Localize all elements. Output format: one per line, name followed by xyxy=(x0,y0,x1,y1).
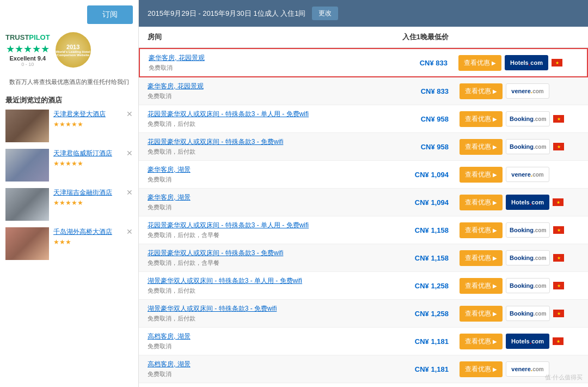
action-area: 查看优惠 Booking.com ★ xyxy=(460,222,579,238)
provider-badge-booking: Booking.com xyxy=(506,139,550,154)
price-value: CN¥ 833 xyxy=(421,87,449,95)
room-name[interactable]: 高档客房, 湖景 xyxy=(148,332,372,341)
price-area: CN¥ 1,158 xyxy=(372,226,460,234)
hotel-stars-4: ★★★ xyxy=(53,238,133,246)
cn-flag: ★ xyxy=(553,115,564,123)
trustpilot-score: Excellent 9.4 xyxy=(9,55,46,62)
recent-hotels-title: 最近浏览过的酒店 xyxy=(5,95,62,105)
sidebar-description: 数百万人将查找最优惠酒店的重任托付给我们 xyxy=(9,77,129,87)
room-tag: 免费取消 xyxy=(148,203,372,211)
cn-flag: ★ xyxy=(553,254,564,262)
check-deal-button[interactable]: 查看优惠 xyxy=(460,111,503,127)
action-area: 查看优惠 Hotels.com ★ xyxy=(460,334,579,349)
trustpilot-logo: TRUSTPILOT xyxy=(5,33,50,41)
price-value: CN¥ 958 xyxy=(421,143,449,151)
col-room-header: 房间 xyxy=(148,32,372,42)
check-deal-button[interactable]: 查看优惠 xyxy=(460,278,503,294)
action-area: 查看优惠 Booking.com ★ xyxy=(460,278,579,294)
price-area: CN¥ 958 xyxy=(372,143,460,151)
check-deal-button[interactable]: 查看优惠 xyxy=(460,83,503,99)
table-row: 湖景豪华双人或双床间 - 特殊条款3 - 单人用 - 免费wifi 免费取消，后… xyxy=(139,272,588,300)
room-name[interactable]: 湖景豪华双人或双床间 - 特殊条款3 - 免费wifi xyxy=(148,304,372,313)
trustpilot-range: 0 - 10 xyxy=(21,62,34,67)
room-tag: 免费取消，后付款 xyxy=(148,315,372,323)
hotel-info-4: 千岛湖外高桥大酒店 ★★★ xyxy=(53,227,133,246)
price-value: CN¥ 1,181 xyxy=(415,337,449,346)
room-name-area: 高档客房, 湖景 免费取消 xyxy=(148,360,372,378)
room-name[interactable]: 豪华客房, 花园景观 xyxy=(149,53,371,63)
room-name[interactable]: 花园景豪华双人或双床间 - 特殊条款3 - 免费wifi xyxy=(148,249,372,258)
check-deal-button[interactable]: 查看优惠 xyxy=(460,250,503,266)
action-area: 查看优惠 venere.com xyxy=(460,167,579,183)
check-deal-button[interactable]: 查看优惠 xyxy=(460,222,503,238)
check-deal-button[interactable]: 查看优惠 xyxy=(458,55,501,71)
cn-flag: ★ xyxy=(552,59,562,66)
hotel-name-4[interactable]: 千岛湖外高桥大酒店 xyxy=(53,227,133,237)
table-header: 房间 入住1晚最低价 xyxy=(139,27,588,48)
table-row: 湖景豪华双人或双床间 - 特殊条款3 - 免费wifi 免费取消，后付款 CN¥… xyxy=(139,300,588,328)
close-hotel-3[interactable]: ✕ xyxy=(126,188,133,197)
sidebar: 订阅 TRUSTPILOT ★★★★★ Excellent 9.4 0 - 10… xyxy=(0,0,139,387)
main-content: 2015年9月29日 - 2015年9月30日 1位成人 入住1间 更改 房间 … xyxy=(139,0,588,387)
room-name[interactable]: 高档客房, 湖景 xyxy=(148,360,372,369)
room-name-area: 高档客房, 湖景 免费取消 xyxy=(148,332,372,350)
room-tag: 免费取消，后付款 xyxy=(148,148,372,156)
room-name[interactable]: 豪华客房, 湖景 xyxy=(148,193,372,202)
room-tag: 免费取消 xyxy=(148,370,372,378)
hotel-thumb-1 xyxy=(5,110,49,142)
recent-hotel-3: 天津瑞吉金融街酒店 ★★★★★ ✕ xyxy=(5,188,133,221)
hotel-name-3[interactable]: 天津瑞吉金融街酒店 xyxy=(53,188,133,197)
award-badge: 2013 World's Leading Hotel Comparison We… xyxy=(56,32,91,68)
room-tag: 免费取消，后付款 xyxy=(148,287,372,295)
room-name-area: 豪华客房, 湖景 免费取消 xyxy=(148,165,372,184)
room-tag: 免费取消，后付款，含早餐 xyxy=(148,259,372,267)
room-name[interactable]: 豪华客房, 花园景观 xyxy=(148,82,372,91)
check-deal-button[interactable]: 查看优惠 xyxy=(460,139,503,155)
hotel-thumb-4 xyxy=(5,227,49,260)
table-row: 高档客房, 湖景 免费取消 CN¥ 1,181 查看优惠 venere.com xyxy=(139,355,588,383)
date-range-text: 2015年9月29日 - 2015年9月30日 1位成人 入住1间 xyxy=(148,9,305,19)
action-area: 查看优惠 Booking.com ★ xyxy=(460,306,579,322)
col-price-header: 入住1晚最低价 xyxy=(372,32,460,42)
action-area: 查看优惠 Booking.com ★ xyxy=(460,250,579,266)
check-deal-button[interactable]: 查看优惠 xyxy=(460,195,503,210)
room-name-area: 湖景豪华双人或双床间 - 特殊条款3 - 免费wifi 免费取消，后付款 xyxy=(148,304,372,323)
action-area: 查看优惠 venere.com xyxy=(460,83,579,99)
check-deal-button[interactable]: 查看优惠 xyxy=(460,361,503,377)
hotel-stars-2: ★★★★★ xyxy=(53,160,133,167)
table-row: 高档客房, 湖景 免费取消 CN¥ 1,181 查看优惠 Hotels.com … xyxy=(139,328,588,355)
subscribe-button[interactable]: 订阅 xyxy=(87,5,133,24)
check-deal-button[interactable]: 查看优惠 xyxy=(460,306,503,322)
price-value: CN¥ 833 xyxy=(420,59,448,67)
date-bar: 2015年9月29日 - 2015年9月30日 1位成人 入住1间 更改 xyxy=(139,0,588,27)
provider-badge-booking: Booking.com xyxy=(506,306,550,321)
hotel-info-3: 天津瑞吉金融街酒店 ★★★★★ xyxy=(53,188,133,207)
action-area: 查看优惠 Hotels.com ★ xyxy=(460,195,579,210)
change-button[interactable]: 更改 xyxy=(312,7,338,20)
action-area: 查看优惠 Booking.com ★ xyxy=(460,139,579,155)
provider-badge-venere: venere.com xyxy=(506,83,549,99)
room-name[interactable]: 豪华客房, 湖景 xyxy=(148,165,372,174)
room-name[interactable]: 花园景豪华双人或双床间 - 特殊条款3 - 单人用 - 免费wifi xyxy=(148,221,372,230)
room-name[interactable]: 花园景豪华双人或双床间 - 特殊条款3 - 单人用 - 免费wifi xyxy=(148,110,372,119)
provider-badge-booking: Booking.com xyxy=(506,250,550,265)
check-deal-button[interactable]: 查看优惠 xyxy=(460,334,503,349)
close-hotel-2[interactable]: ✕ xyxy=(126,149,133,158)
price-area: CN¥ 833 xyxy=(372,87,460,95)
room-name[interactable]: 花园景豪华双人或双床间 - 特殊条款3 - 免费wifi xyxy=(148,137,372,147)
recent-hotel-4: 千岛湖外高桥大酒店 ★★★ ✕ xyxy=(5,227,133,260)
hotel-thumb-2 xyxy=(5,149,49,182)
hotel-name-2[interactable]: 天津君临威斯汀酒店 xyxy=(53,149,133,158)
trustpilot-label: TRUSTPILOT xyxy=(5,33,50,41)
room-name-area: 花园景豪华双人或双床间 - 特殊条款3 - 单人用 - 免费wifi 免费取消，… xyxy=(148,221,372,239)
room-name-area: 豪华客房, 湖景 免费取消 xyxy=(148,193,372,211)
room-name[interactable]: 湖景豪华双人或双床间 - 特殊条款3 - 单人用 - 免费wifi xyxy=(148,276,372,286)
price-area: CN¥ 1,094 xyxy=(372,198,460,207)
price-value: CN¥ 1,094 xyxy=(415,198,449,207)
recent-hotel-1: 天津君来登大酒店 ★★★★★ ✕ xyxy=(5,110,133,142)
hotel-name-1[interactable]: 天津君来登大酒店 xyxy=(53,110,133,119)
room-tag: 免费取消 xyxy=(148,92,372,100)
check-deal-button[interactable]: 查看优惠 xyxy=(460,167,503,183)
close-hotel-1[interactable]: ✕ xyxy=(126,110,133,118)
close-hotel-4[interactable]: ✕ xyxy=(126,227,133,236)
